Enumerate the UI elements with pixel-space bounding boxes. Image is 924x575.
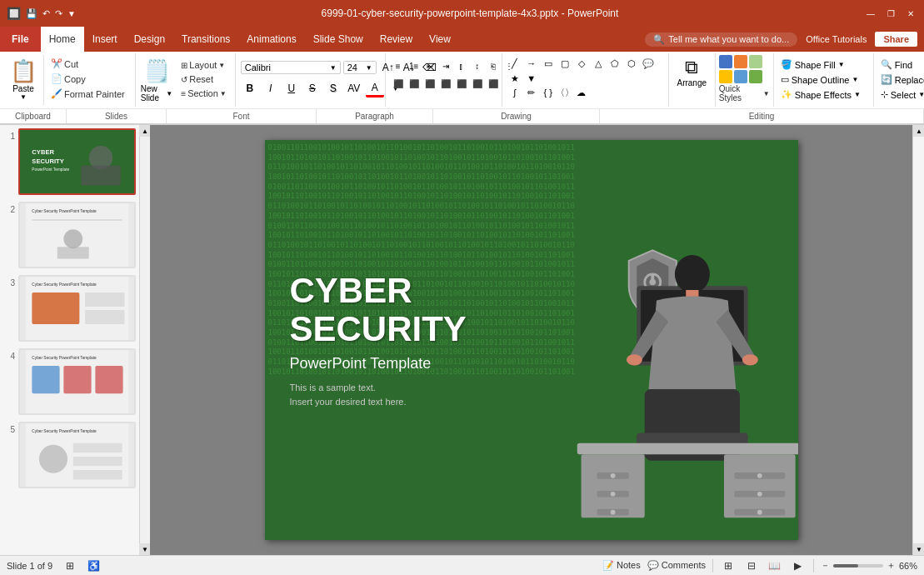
slide-canvas[interactable]: 0100110110010100101101001011010010110100… [265,140,798,540]
menu-design[interactable]: Design [126,27,173,52]
new-slide-dropdown[interactable]: ▼ [166,90,172,98]
quick-style-4[interactable] [719,70,732,83]
select-button[interactable]: ⊹ Select ▼ [877,88,924,101]
rounded-rect-shape[interactable]: ▢ [557,57,572,70]
bracket-shape[interactable]: { } [541,86,556,99]
restore-button[interactable]: ❐ [884,7,897,20]
cut-button[interactable]: ✂️ Cut [47,57,128,71]
slide-thumb-4[interactable]: 4 Cyber Security PowerPoint Template [3,348,136,415]
format-painter-button[interactable]: 🖌️ Format Painter [47,87,128,101]
redo-icon[interactable]: ↷ [55,8,62,19]
cloud-shape[interactable]: ☁ [574,86,589,99]
font-color-button[interactable]: A [366,79,384,98]
callout-shape[interactable]: 💬 [641,57,656,70]
scroll-down-button-right[interactable]: ▼ [913,543,924,555]
font-name-dropdown[interactable]: Calibri ▼ [241,61,341,74]
zoom-in-button[interactable]: ＋ [887,559,896,572]
slide-text-area[interactable]: CYBER SECURITY PowerPoint Template This … [290,272,467,408]
menu-slideshow[interactable]: Slide Show [305,27,372,52]
strikethrough-button[interactable]: S [303,79,322,98]
quick-style-6[interactable] [749,70,762,83]
hexagon-shape[interactable]: ⬡ [624,57,639,70]
menu-home[interactable]: Home [41,27,84,52]
pentagon-shape[interactable]: ⬠ [607,57,622,70]
arrow-shape[interactable]: → [524,57,539,70]
canvas-area[interactable]: 0100110110010100101101001011010010110100… [150,125,912,555]
shape-effects-button[interactable]: ✨ Shape Effects ▼ [777,88,864,101]
char-spacing-button[interactable]: AV [345,79,363,98]
underline-button[interactable]: U [282,79,301,98]
align-left-button[interactable]: ⬛ [391,76,406,91]
slide-thumb-2[interactable]: 2 Cyber Security PowerPoint Template [3,202,136,268]
slide-thumb-5[interactable]: 5 Cyber Security PowerPoint Template [3,422,136,488]
shadow-button[interactable]: S [324,79,342,98]
section-button[interactable]: ≡ Section ▼ [177,87,229,100]
slide-image-1[interactable]: CYBER SECURITY PowerPoint Template [18,128,136,195]
shape-effects-dropdown[interactable]: ▼ [854,91,861,98]
triangle-shape[interactable]: △ [591,57,606,70]
quick-styles-dropdown[interactable]: ▼ [763,90,770,98]
quick-style-3[interactable] [749,55,762,68]
rect-shape[interactable]: ▭ [541,57,556,70]
replace-button[interactable]: 🔄 Replace ▼ [877,73,924,86]
align-bottom-button[interactable]: ⬛ [486,76,501,91]
decrease-indent-button[interactable]: ⇤ [422,58,437,73]
arrange-button[interactable]: ⧉ Arrange [670,55,713,89]
bold-button[interactable]: B [241,79,259,98]
accessibility-icon[interactable]: ♿ [87,560,100,572]
brace-shape[interactable]: 〈〉 [557,86,572,99]
scroll-up-button-right[interactable]: ▲ [913,125,924,137]
slide-image-4[interactable]: Cyber Security PowerPoint Template [18,348,136,415]
slide-thumb-3[interactable]: 3 Cyber Security PowerPoint Template [3,275,136,342]
slide-sorter-button[interactable]: ⊟ [743,558,760,574]
shape-outline-button[interactable]: ▭ Shape Outline ▼ [777,73,864,86]
copy-button[interactable]: 📄 Copy [47,72,128,86]
scroll-up-button[interactable]: ▲ [139,125,151,137]
quick-style-2[interactable] [734,55,747,68]
columns-button[interactable]: ⫿ [454,58,469,73]
slide-image-2[interactable]: Cyber Security PowerPoint Template [18,202,136,268]
increase-indent-button[interactable]: ⇥ [438,58,453,73]
paste-button[interactable]: 📋 Paste ▼ [3,55,44,105]
undo-icon[interactable]: ↶ [42,8,50,19]
menu-file[interactable]: File [0,27,41,52]
close-button[interactable]: ✕ [904,7,917,20]
comments-button[interactable]: 💬 Comments [647,560,706,571]
quick-style-5[interactable] [734,70,747,83]
minimize-button[interactable]: — [864,7,877,20]
layout-button[interactable]: ⊞ Layout ▼ [177,58,229,72]
diamond-shape[interactable]: ◇ [574,57,589,70]
share-button[interactable]: Share [875,32,917,47]
menu-insert[interactable]: Insert [84,27,126,52]
reading-view-button[interactable]: 📖 [767,558,783,574]
more-shapes[interactable]: ▼ [524,72,539,85]
curve-shape[interactable]: ∫ [507,86,522,99]
star-shape[interactable]: ★ [507,72,522,85]
new-slide-button[interactable]: 🗒️ New Slide ▼ [141,58,173,102]
align-top-button[interactable]: ⬛ [454,76,469,91]
save-icon[interactable]: 💾 [26,8,37,19]
customize-qa-icon[interactable]: ▼ [67,9,76,18]
slideshow-button[interactable]: ▶ [790,558,807,574]
zoom-slider[interactable] [833,564,883,568]
align-right-button[interactable]: ⬛ [422,76,437,91]
normal-view-button[interactable]: ⊞ [720,558,737,574]
menu-review[interactable]: Review [372,27,421,52]
slide-image-3[interactable]: Cyber Security PowerPoint Template [18,275,136,342]
bullets-button[interactable]: ≡ [391,58,406,73]
slide-thumb-1[interactable]: 1 CYBER SECURITY PowerPoint Template [3,128,136,195]
shape-fill-button[interactable]: 🪣 Shape Fill ▼ [777,58,864,71]
zoom-out-button[interactable]: － [821,559,830,572]
slide-image-5[interactable]: Cyber Security PowerPoint Template [18,422,136,488]
select-dropdown[interactable]: ▼ [918,91,924,98]
italic-button[interactable]: I [262,79,280,98]
reset-button[interactable]: ↺ Reset [177,72,229,86]
align-middle-button[interactable]: ⬛ [470,76,485,91]
line-spacing-button[interactable]: ↕ [470,58,485,73]
menu-view[interactable]: View [421,27,459,52]
justify-button[interactable]: ⬛ [438,76,453,91]
numbering-button[interactable]: 1≡ [407,58,422,73]
quick-style-1[interactable] [719,55,732,68]
scroll-down-button[interactable]: ▼ [139,543,151,555]
paste-dropdown-icon[interactable]: ▼ [20,93,27,101]
